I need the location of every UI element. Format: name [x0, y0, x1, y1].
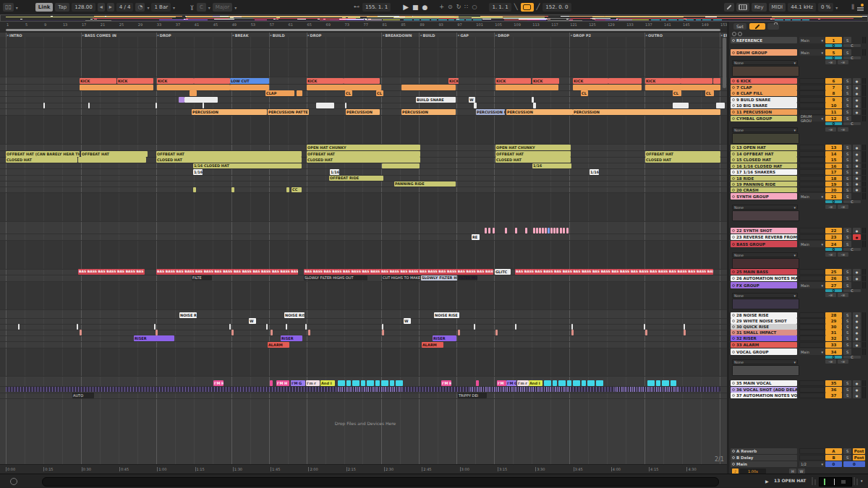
clip[interactable]: [684, 324, 685, 330]
clip[interactable]: KICK: [573, 78, 608, 84]
track-number[interactable]: 21: [825, 193, 842, 200]
clip[interactable]: FILTER MO: [458, 275, 477, 281]
track-number[interactable]: 6: [825, 78, 842, 84]
tap-button[interactable]: Tap: [55, 3, 69, 12]
track-volume[interactable]: 0: [825, 200, 842, 203]
track-number[interactable]: 5: [825, 49, 842, 56]
vertical-scrollbar[interactable]: [723, 38, 726, 88]
track-number[interactable]: 9: [825, 97, 842, 103]
clip[interactable]: ALARM: [422, 342, 443, 348]
clip[interactable]: PERCUSSION: [401, 109, 456, 115]
track-header-32-riser[interactable]: 32 RISER: [731, 335, 797, 341]
arm-button[interactable]: ●: [853, 97, 861, 103]
clip[interactable]: [474, 324, 475, 330]
track-number[interactable]: 15: [825, 157, 842, 163]
track-number[interactable]: 10: [825, 103, 842, 108]
tempo-field[interactable]: 128.00: [72, 3, 95, 12]
clip[interactable]: [673, 103, 689, 108]
clip[interactable]: CLOSED HAT: [6, 157, 77, 163]
window-layout-icon[interactable]: ▯▯: [3, 3, 14, 12]
track-header-7-clap[interactable]: 7 CLAP: [731, 85, 797, 90]
clip[interactable]: [571, 330, 574, 335]
clip[interactable]: [671, 380, 676, 386]
track-number[interactable]: 23: [825, 234, 842, 240]
arm-button[interactable]: ●: [853, 342, 861, 348]
solo-button[interactable]: S: [843, 181, 851, 187]
solo-button[interactable]: S: [843, 275, 851, 281]
track-header-28-noise-rise[interactable]: 28 NOISE RISE: [731, 312, 797, 318]
reenable-automation-icon[interactable]: ↻: [456, 3, 462, 12]
solo-button[interactable]: S: [843, 282, 851, 288]
solo-button[interactable]: S: [843, 49, 851, 56]
computer-midi-keyboard-icon[interactable]: [736, 3, 749, 12]
nudge-down-icon[interactable]: ◂: [98, 3, 105, 12]
clip[interactable]: [474, 103, 477, 108]
quantize-caret-icon[interactable]: ▾: [173, 5, 175, 10]
track-header-26-automation-notes-main-bass[interactable]: 26 AUTOMATION NOTES MAIN BASS: [731, 275, 797, 281]
track-pan[interactable]: C: [843, 122, 861, 125]
solo-button[interactable]: S: [843, 324, 851, 330]
solo-button[interactable]: S: [843, 193, 851, 200]
detail-view-caret-icon[interactable]: ▾: [861, 479, 863, 483]
scale-menu[interactable]: Major: [213, 3, 232, 12]
track-header-fx-group[interactable]: FX GROUP: [731, 282, 797, 288]
clip[interactable]: [352, 380, 359, 386]
track-header-19-panning-ride[interactable]: 19 PANNING RIDE: [731, 181, 797, 187]
clip[interactable]: [645, 85, 720, 90]
solo-button[interactable]: S: [843, 109, 851, 115]
track-header-synth-group[interactable]: SYNTH GROUP: [731, 193, 797, 200]
routing-dropdown[interactable]: Main▾: [799, 193, 825, 200]
clip[interactable]: SLOWLY FILTER HIGHS: [421, 275, 457, 281]
track-header-cymbal-group[interactable]: CYMBAL GROUP: [731, 116, 797, 121]
track-header-20-crash[interactable]: 20 CRASH: [731, 187, 797, 192]
key-root-caret-icon[interactable]: ▾: [208, 5, 210, 10]
clip[interactable]: [596, 380, 603, 386]
track-header-reference[interactable]: REFERENCE: [731, 37, 797, 43]
device-chooser[interactable]: None▾: [732, 205, 798, 210]
clip[interactable]: KICK: [532, 78, 559, 84]
clip[interactable]: 1/16 CLOSED HAT: [193, 163, 302, 168]
clip[interactable]: TRIPPY DEI: [458, 393, 487, 398]
clip[interactable]: CLOSED HAT: [645, 157, 720, 163]
clip[interactable]: OFFBEAT HAT: [307, 151, 420, 157]
track-header-6-kick[interactable]: 6 KICK: [731, 78, 797, 84]
arm-button[interactable]: ●: [853, 387, 861, 393]
clip[interactable]: [684, 330, 686, 335]
clip[interactable]: AUTO: [72, 393, 94, 398]
solo-button[interactable]: S: [843, 176, 851, 181]
arm-button[interactable]: ●: [853, 90, 861, 96]
clip[interactable]: I'M H: [441, 380, 451, 386]
clip[interactable]: CL: [345, 90, 352, 96]
metronome-icon[interactable]: ◔: [135, 3, 145, 12]
link-button[interactable]: Link: [35, 3, 54, 12]
clip[interactable]: KICK: [448, 78, 459, 84]
clip[interactable]: [515, 324, 516, 330]
clip[interactable]: [229, 324, 231, 330]
clip[interactable]: OPEN HAT CHUNKY: [307, 145, 420, 150]
stop-button[interactable]: ■: [412, 3, 420, 12]
io-toggle-icon[interactable]: [738, 32, 742, 36]
clip[interactable]: PERCUSSION: [192, 109, 267, 115]
main-out-dropdown[interactable]: 1/2▾: [799, 461, 825, 467]
loop-length-field[interactable]: 152. 0. 0: [542, 3, 571, 12]
clip[interactable]: [553, 380, 557, 386]
clip[interactable]: [582, 380, 586, 386]
clip[interactable]: [647, 380, 655, 386]
clip[interactable]: CUT HIGHS TO MAKE R: [382, 275, 420, 281]
track-header-13-open-hat[interactable]: 13 OPEN HAT: [731, 145, 797, 150]
track-number[interactable]: 36: [825, 387, 842, 393]
draw-automation-button[interactable]: [749, 23, 765, 30]
clip[interactable]: [544, 380, 551, 386]
clip[interactable]: [558, 380, 566, 386]
track-header-22-synth-shot[interactable]: 22 SYNTH SHOT: [731, 228, 797, 234]
clip[interactable]: [536, 228, 538, 234]
clip[interactable]: CLOSED HAT: [495, 157, 571, 163]
track-number[interactable]: 29: [825, 318, 842, 324]
clip[interactable]: [681, 78, 712, 84]
arm-button[interactable]: ●: [853, 228, 861, 234]
track-number[interactable]: 34: [825, 348, 842, 355]
clip[interactable]: RISER: [281, 335, 302, 341]
arm-button[interactable]: ●: [853, 176, 861, 181]
clip[interactable]: [533, 103, 536, 108]
clip[interactable]: [382, 330, 384, 335]
